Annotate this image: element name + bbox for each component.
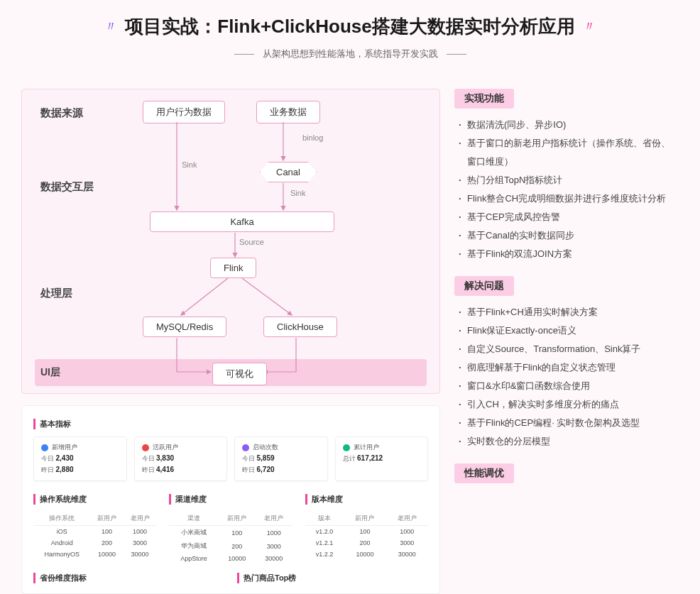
card-line: 今日 2,430 [41,454,119,463]
architecture-diagram: 数据来源 数据交互层 处理层 用户行为数据 业务数据 Canal Kafka F… [21,89,440,394]
diagram-arrows [22,89,439,393]
node-biz-data: 业务数据 [256,101,320,123]
list-item: 基于Flink+CH通用实时解决方案 [459,303,679,321]
list-item: 数据清洗(同步、异步IO) [459,116,679,134]
list-item: 窗口&水印&窗口函数综合使用 [459,377,679,395]
section-top: 热门商品Top榜 [237,573,428,583]
card-dot-icon [242,444,249,451]
node-user-behavior: 用户行为数据 [143,101,225,123]
edge-label-source: Source [239,238,264,246]
channel-table: 渠道新用户老用户小米商城1001000华为商城2003000AppStore10… [169,512,292,564]
table-row: HarmonyOS1000030000 [33,549,156,560]
list-item: 自定义Source、Transformation、Sink算子 [459,340,679,358]
page-title: 项目实战：Flink+ClickHouse搭建大数据实时分析应用 [125,14,574,39]
stat-card: 启动次数今日 5,859昨日 6,720 [234,436,328,481]
table-row: 小米商城1001000 [169,526,292,540]
table-row: v1.2.01001000 [305,526,428,538]
stat-card: 活跃用户今日 3,830昨日 4,416 [134,436,228,481]
list-item: 实时数仓的分层模型 [459,432,679,451]
stat-card: 累计用户总计 617,212 [335,436,429,481]
edge-label-sink2: Sink [290,189,305,197]
card-line: 今日 5,859 [242,454,320,463]
sidebar-section-title: 实现功能 [454,89,514,109]
layer-label-ui: UI层 [40,366,60,379]
card-dot-icon [41,444,48,451]
list-item: 基于Flink的双流JOIN方案 [459,245,679,263]
list-item: 基于Flink的CEP编程· 实时数仓架构及选型 [459,414,679,432]
list-item: 彻底理解基于Flink的自定义状态管理 [459,358,679,377]
section-os: 操作系统维度 [33,494,156,505]
node-clickhouse: ClickHouse [263,317,337,337]
card-dot-icon [343,444,350,451]
card-name: 新增用户 [52,443,77,452]
node-canal: Canal [260,162,317,182]
card-name: 累计用户 [354,443,379,452]
divider-line [234,54,254,55]
sidebar-section-title: 性能调优 [454,463,514,483]
table-row: iOS1001000 [33,526,156,538]
layer-label-source: 数据来源 [40,106,83,120]
sidebar-section: 性能调优 [454,463,679,490]
node-flink: Flink [210,258,256,278]
stat-card: 新增用户今日 2,430昨日 2,880 [33,436,127,481]
card-name: 活跃用户 [153,443,178,452]
page-subtitle: 从架构思想到性能落地，系统指导开发实践 [263,48,438,60]
list-item: 基于Canal的实时数据同步 [459,226,679,245]
sidebar-section-title: 解决问题 [454,276,514,296]
node-mysql-redis: MySQL/Redis [143,317,226,337]
list-item: 热门分组TopN指标统计 [459,171,679,189]
table-row: v1.2.12003000 [305,537,428,549]
table-row: v1.2.21000030000 [305,549,428,560]
layer-label-process: 处理层 [40,287,72,300]
card-name: 启动次数 [253,443,278,452]
edge-label-binlog: binlog [302,133,323,142]
deco-right-icon: 〃 [582,17,596,36]
page-header: 〃 项目实战：Flink+ClickHouse搭建大数据实时分析应用 〃 从架构… [0,0,700,67]
card-line: 昨日 2,880 [41,466,119,475]
sidebar-section: 解决问题基于Flink+CH通用实时解决方案Flink保证Exactly-onc… [454,276,679,451]
list-item: Flink保证Exactly-once语义 [459,321,679,340]
table-row: AppStore1000030000 [169,553,292,564]
deco-left-icon: 〃 [104,17,118,36]
sidebar-section: 实现功能数据清洗(同步、异步IO)基于窗口的新老用户指标统计（操作系统、省份、窗… [454,89,679,263]
table-row: Android2003000 [33,537,156,549]
divider-line [447,54,466,55]
section-basic: 基本指标 [33,419,428,429]
card-line: 昨日 6,720 [242,466,320,475]
edge-label-sink1: Sink [182,160,197,169]
section-version: 版本维度 [305,494,428,505]
card-line: 总计 617,212 [343,454,421,463]
card-dot-icon [142,444,149,451]
sidebar: 实现功能数据清洗(同步、异步IO)基于窗口的新老用户指标统计（操作系统、省份、窗… [454,89,679,594]
list-item: 引入CH，解决实时多维度分析的痛点 [459,395,679,414]
card-line: 今日 3,830 [142,454,220,463]
node-viz: 可视化 [212,363,267,385]
section-province: 省份维度指标 [33,573,224,583]
list-item: 基于窗口的新老用户指标统计（操作系统、省份、窗口维度） [459,134,679,171]
card-line: 昨日 4,416 [142,466,220,475]
layer-label-exchange: 数据交互层 [40,180,94,194]
os-table: 操作系统新用户老用户iOS1001000Android2003000Harmon… [33,512,156,560]
list-item: 基于CEP完成风控告警 [459,208,679,226]
dashboard-preview: 基本指标 新增用户今日 2,430昨日 2,880活跃用户今日 3,830昨日 … [21,405,440,594]
section-channel: 渠道维度 [169,494,292,505]
node-kafka: Kafka [150,211,334,232]
version-table: 版本新用户老用户v1.2.01001000v1.2.12003000v1.2.2… [305,512,428,560]
table-row: 华为商城2003000 [169,539,292,553]
list-item: Flink整合CH完成明细数据并进行多维度统计分析 [459,189,679,208]
